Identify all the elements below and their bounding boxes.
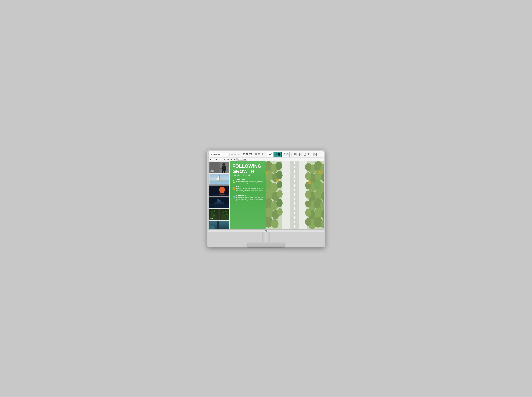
slide-thumb-4[interactable]: TEAM WORK [209,197,229,208]
align-center-btn[interactable] [234,153,237,156]
svg-point-180 [284,190,288,192]
svg-point-27 [285,154,285,154]
bold-btn[interactable]: B [209,158,212,161]
forest-road-svg [266,161,323,229]
highlight-label: ★ [219,158,221,160]
slide-thumb-3[interactable]: GLOBAL [209,186,229,197]
svg-point-151 [305,172,311,180]
superscript-btn[interactable]: A2 [230,158,233,161]
global-content: GLOBAL Efforts from previous projects su… [236,186,263,193]
svg-marker-83 [213,202,225,204]
slide-title-line2: GROWTH [233,169,263,174]
svg-point-181 [304,180,308,182]
divider7 [236,158,237,161]
svg-rect-85 [218,199,219,202]
excellence-icon-col [233,195,235,202]
excellence-title: EXCELLENCE [236,195,263,196]
monitor-base [248,242,285,247]
slide-thumb-2-inner: EXCELLENCE Entrepreneurial research diff… [209,174,229,185]
layout-top-btn[interactable] [255,153,258,156]
layout-bottom-btn[interactable] [258,153,261,156]
divider2 [241,153,241,156]
svg-point-94 [213,214,215,217]
layout-triple-btn[interactable] [249,153,252,156]
teal-circle [275,153,278,156]
slide-thumb-6[interactable]: GLOBAL [209,221,229,229]
svg-point-30 [287,155,287,155]
svg-rect-22 [262,154,263,155]
svg-point-106 [233,187,235,190]
slide-thumb-1[interactable]: EXPEDIENTRESPONSE [209,162,229,173]
global-desc: Efforts from previous projects suggest t… [236,188,263,193]
svg-point-80 [219,194,225,195]
svg-point-122 [276,171,283,179]
trophy-icon [233,196,235,199]
screen: HP Simplified Light 12 [209,151,324,229]
svg-point-61 [222,163,225,166]
svg-rect-13 [247,154,247,155]
divider4 [265,153,265,156]
svg-point-95 [222,211,224,213]
align-right-btn[interactable] [237,153,240,156]
font-name: HP Simplified Light [210,154,221,155]
svg-point-182 [305,200,309,201]
font-color-a-btn[interactable]: A [215,158,218,161]
doc-icon-3[interactable] [303,152,308,157]
svg-rect-36 [295,155,296,156]
layout-group2 [255,153,264,156]
svg-point-138 [277,208,283,216]
main-content: EXPEDIENTRESPONSE [209,161,324,229]
monitor-bezel: HP Simplified Light 12 [208,151,324,230]
align-left-btn[interactable] [231,153,234,156]
doc-icon-2[interactable] [298,152,303,157]
svg-point-51 [314,154,315,154]
svg-point-97 [223,214,225,217]
global-icon-col [233,186,235,193]
main-slide-view: FOLLOWING GROWTH TRENDS • MARKETS [230,161,324,229]
svg-point-91 [211,211,213,213]
font-size-selector[interactable]: 12 [224,153,228,156]
slide1-label: EXPEDIENTRESPONSE [210,170,214,172]
svg-rect-12 [243,154,245,155]
slide-thumb-5[interactable]: GLOBAL [209,209,229,220]
toolbar-row2: B I A ★ ABC abc A2 A2 1.5 [209,157,324,161]
svg-rect-64 [224,171,225,173]
monitor-neck [262,232,270,242]
align-group [231,153,240,156]
team-work-content: TEAM WORK Ensure activities led by the t… [236,179,263,184]
subscript-btn[interactable]: A2 [233,158,235,161]
svg-point-25 [285,154,285,155]
font-dropdown-arrow[interactable] [222,154,222,155]
abc-allcaps-btn[interactable]: ABC [223,158,227,161]
svg-point-118 [276,161,282,170]
slide-panel: EXPEDIENTRESPONSE [209,161,230,229]
slide-thumb-2[interactable]: EXCELLENCE Entrepreneurial research diff… [209,174,229,185]
line-chart-btn[interactable] [267,152,274,157]
green-panel: FOLLOWING GROWTH TRENDS • MARKETS [230,161,266,229]
abc-lower-btn[interactable]: abc [227,158,229,161]
italic-btn[interactable]: I [213,158,215,161]
slide5-label: GLOBAL [210,218,213,219]
color-circles-btn[interactable] [274,152,282,157]
divider5 [291,153,292,156]
doc-icon-1[interactable] [293,152,298,157]
svg-point-130 [277,190,283,198]
svg-rect-18 [255,154,257,154]
image-icon[interactable] [313,152,317,157]
svg-point-26 [285,155,286,155]
line-spacing-input[interactable]: 1.5 [237,158,242,161]
global-section: GLOBAL Efforts from previous projects su… [233,186,263,193]
svg-rect-19 [255,155,257,155]
font-selector[interactable]: HP Simplified Light [209,153,223,156]
font-size-arrow[interactable] [226,154,228,155]
svg-point-134 [276,199,283,207]
svg-rect-50 [314,153,317,156]
scatter-chart-btn[interactable] [282,152,290,157]
layout-full-btn[interactable] [261,153,264,156]
para-spacing-input[interactable]: 0.0 [242,158,247,161]
layout-single-btn[interactable] [243,153,246,156]
highlight-btn[interactable]: ★ [219,158,221,161]
svg-point-141 [271,219,279,229]
doc-icon-4[interactable] [308,152,312,157]
layout-double-btn[interactable] [246,153,249,156]
